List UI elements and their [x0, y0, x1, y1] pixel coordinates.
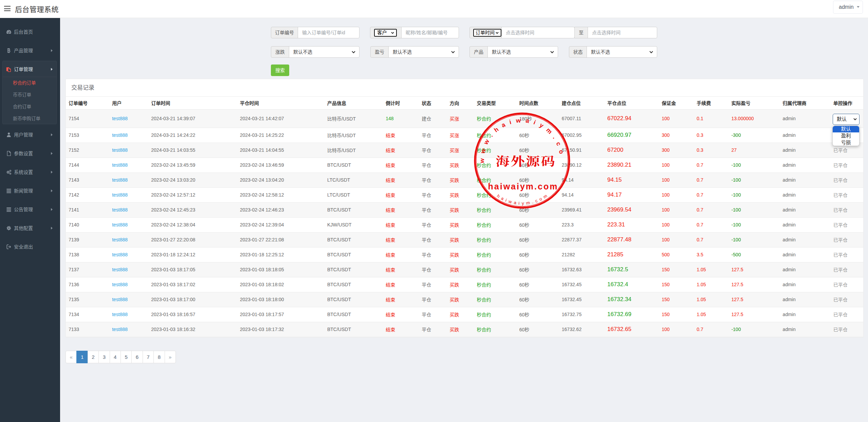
svg-text:haiwaiym.com: haiwaiym.com	[488, 182, 558, 191]
